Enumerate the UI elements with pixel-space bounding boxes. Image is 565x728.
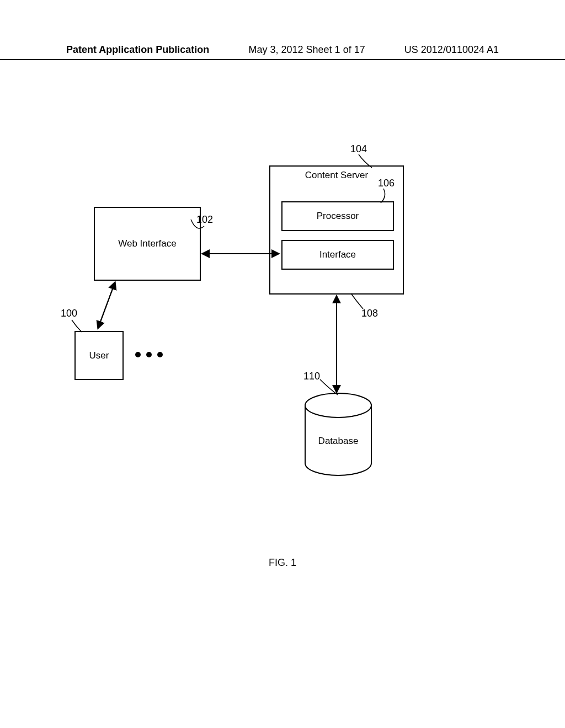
ref-106: 106 [378,178,395,189]
ref-104: 104 [350,143,367,155]
processor-box: Processor [281,201,394,231]
interface-box: Interface [281,240,394,270]
svg-line-7 [98,283,115,328]
ref-102: 102 [196,214,213,226]
database-label: Database [318,436,359,446]
ref-108: 108 [361,308,378,319]
figure-caption: FIG. 1 [0,557,565,569]
user-label: User [89,350,109,361]
web-interface-box: Web Interface [94,207,201,281]
ref-100: 100 [61,308,77,319]
system-diagram: Web Interface 102 User 100 Content Serve… [55,143,497,529]
ellipsis-dots [135,352,163,357]
dot-icon [157,352,163,357]
header-left: Patent Application Publication [66,44,209,56]
header-right: US 2012/0110024 A1 [404,44,499,56]
svg-point-0 [305,393,371,417]
dot-icon [146,352,152,357]
interface-label: Interface [319,249,356,260]
web-interface-label: Web Interface [118,238,177,249]
user-box: User [74,331,124,380]
processor-label: Processor [317,211,359,222]
header-center: May 3, 2012 Sheet 1 of 17 [249,44,365,56]
dot-icon [135,352,141,357]
svg-line-6 [98,283,115,328]
database-cylinder: Database [302,392,374,482]
ref-110: 110 [303,371,320,382]
page-header: Patent Application Publication May 3, 20… [0,44,565,60]
